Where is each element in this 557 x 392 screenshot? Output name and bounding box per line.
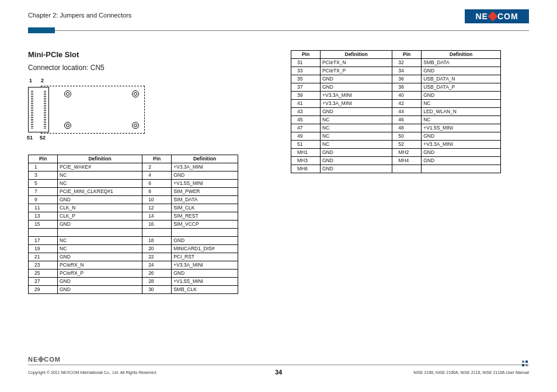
pin-cell: 32 [392, 59, 422, 67]
def-cell: GND [58, 286, 142, 294]
pin-cell: 34 [392, 67, 422, 75]
pin-cell: 36 [392, 75, 422, 83]
table-row: 33PCIeTX_P34GND [291, 67, 501, 75]
table-row: 7PCIE_MINI_CLKREQ#18SIM_PWER [29, 188, 238, 196]
pin-label-2: 2 [41, 78, 44, 83]
def-cell: GND [58, 253, 142, 261]
pin-cell: 45 [291, 116, 321, 124]
table-row: 31PCIeTX_N32SMB_DATA [291, 59, 501, 67]
table-row: 5NC6+V1.5S_MINI [29, 180, 238, 188]
def-cell: +V1.5S_MINI [172, 180, 238, 188]
table-row: 23PCIeRX_N24+V3.3A_MINI [29, 261, 238, 270]
def-cell: +V1.5S_MINI [172, 278, 238, 286]
pin-cell: 17 [29, 237, 58, 245]
def-cell: PCI_RST [172, 253, 238, 261]
logo-post: COM [497, 12, 518, 21]
table-row: 41+V3.3A_MINI42NC [291, 100, 501, 108]
pin-cell: 10 [142, 196, 172, 204]
def-cell: NC [58, 245, 142, 253]
def-cell: SIM_DATA [172, 196, 238, 204]
def-cell: +V1.5S_MINI [422, 124, 501, 132]
def-cell: SIM_REST [172, 212, 238, 220]
screw-hole-icon [132, 122, 139, 129]
def-cell: SIM_PWER [172, 188, 238, 196]
pin-label-51: 51 [27, 135, 33, 141]
manual-name: NISE 2100, NISE 2100A, NISE 2110, NISE 2… [413, 370, 529, 374]
def-cell: +V3.3A_MINI [422, 141, 501, 149]
table-row: 51NC52+V3.3A_MINI [291, 141, 501, 149]
pin-cell: 52 [392, 141, 422, 149]
table-row: MH1GNDMH2GND [291, 149, 501, 157]
table-row: 25PCIeRX_P26GND [29, 270, 238, 278]
left-column: Mini-PCIe Slot Connector location: CN5 1… [28, 50, 262, 294]
pin-cell: 16 [142, 220, 172, 229]
def-cell: GND [172, 270, 238, 278]
def-cell: USB_DATA_P [422, 83, 501, 92]
pin-cell: 22 [142, 253, 172, 261]
pin-cell: 47 [291, 124, 321, 132]
th-def: Definition [172, 155, 238, 163]
header-bar: Chapter 2: Jumpers and Connectors NE COM [28, 14, 529, 31]
logo-x-icon [488, 12, 497, 22]
def-cell: PCIeRX_P [58, 270, 142, 278]
def-cell: NC [321, 124, 392, 132]
pin-cell: 40 [392, 92, 422, 100]
pin-cell: 27 [29, 278, 58, 286]
pin-cell: 25 [29, 270, 58, 278]
def-cell: PCIeTX_N [321, 59, 392, 67]
table-row: 9GND10SIM_DATA [29, 196, 238, 204]
def-cell: PCIE_WAKE# [58, 163, 142, 172]
th-def: Definition [58, 155, 142, 163]
def-cell: GND [321, 157, 392, 165]
th-def: Definition [422, 51, 501, 59]
footer-x-icon [38, 356, 44, 362]
connector-location: Connector location: CN5 [28, 64, 262, 72]
table-row: 47NC48+V1.5S_MINI [291, 124, 501, 132]
def-cell: GND [321, 108, 392, 116]
pin-cell: MH2 [392, 149, 422, 157]
pin-cell: 35 [291, 75, 321, 83]
def-cell: GND [321, 149, 392, 157]
def-cell: LED_WLAN_N [422, 108, 501, 116]
pin-cell: 31 [291, 59, 321, 67]
table-gap [29, 229, 238, 237]
def-cell: +V3.3A_MINI [321, 100, 392, 108]
pin-cell: 13 [29, 212, 58, 220]
def-cell: SMB_DATA [422, 59, 501, 67]
def-cell: GND [321, 75, 392, 83]
def-cell: GND [58, 278, 142, 286]
pin-cell: 44 [392, 108, 422, 116]
right-column: Pin Definition Pin Definition 31PCIeTX_N… [291, 50, 530, 173]
def-cell: GND [58, 196, 142, 204]
pin-table-right: Pin Definition Pin Definition 31PCIeTX_N… [291, 50, 501, 173]
def-cell: GND [172, 172, 238, 180]
pin-cell: 4 [142, 172, 172, 180]
def-cell: +V3.3A_MINI [321, 92, 392, 100]
pin-cell: 6 [142, 180, 172, 188]
def-cell [422, 165, 501, 173]
th-pin: Pin [29, 155, 58, 163]
table-row: 27GND28+V1.5S_MINI [29, 278, 238, 286]
footer-logo: NE COM [28, 356, 61, 363]
th-pin: Pin [392, 51, 422, 59]
pin-cell: MH6 [291, 165, 321, 173]
pin-label-1: 1 [29, 78, 32, 83]
pin-label-52: 52 [40, 135, 46, 141]
table-row: 19NC20MINICARD1_DIS# [29, 245, 238, 253]
pin-cell: 37 [291, 83, 321, 92]
logo-pre: NE [475, 12, 488, 21]
def-cell: GND [321, 83, 392, 92]
footer-rule [28, 365, 529, 365]
pin-table-left: Pin Definition Pin Definition 1PCIE_WAKE… [28, 155, 238, 294]
pin-cell: 50 [392, 132, 422, 141]
pin-cell: 39 [291, 92, 321, 100]
pin-cell: 38 [392, 83, 422, 92]
def-cell: NC [58, 237, 142, 245]
pin-cell: 28 [142, 278, 172, 286]
th-pin: Pin [291, 51, 321, 59]
def-cell: PCIeTX_P [321, 67, 392, 75]
pin-cell: 42 [392, 100, 422, 108]
pin-cell: 8 [142, 188, 172, 196]
def-cell: MINICARD1_DIS# [172, 245, 238, 253]
pin-cell: 5 [29, 180, 58, 188]
